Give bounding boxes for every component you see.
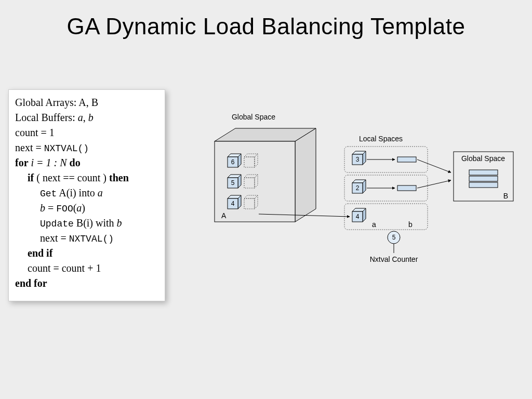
svg-rect-48 xyxy=(469,176,498,181)
slide-title: GA Dynamic Load Balancing Template xyxy=(0,14,532,39)
svg-text:4: 4 xyxy=(231,200,235,207)
svg-rect-47 xyxy=(469,170,498,175)
local-cube-3: 3 xyxy=(352,151,366,165)
code-line: Global Arrays: A, B xyxy=(15,95,158,110)
svg-line-44 xyxy=(417,159,451,172)
pseudocode-box: Global Arrays: A, B Local Buffers: a, b … xyxy=(8,89,165,301)
code-line: Get A(i) into a xyxy=(15,185,158,201)
cube-6: 6 xyxy=(228,154,241,167)
b-label: b xyxy=(408,220,413,229)
svg-rect-39 xyxy=(397,157,416,162)
code-line: end if xyxy=(15,246,158,261)
code-line: next = NXTVAL() xyxy=(15,140,158,155)
code-line: Local Buffers: a, b xyxy=(15,110,158,125)
code-line: next = NXTVAL() xyxy=(15,231,158,246)
cube-4: 4 xyxy=(228,195,241,209)
svg-text:4: 4 xyxy=(356,213,360,220)
code-line: count = 1 xyxy=(15,125,158,140)
global-space-label: Global Space xyxy=(232,113,275,121)
svg-marker-1 xyxy=(295,128,316,222)
svg-text:5: 5 xyxy=(392,234,396,241)
code-line: if ( next == count ) then xyxy=(15,170,158,185)
svg-rect-49 xyxy=(469,182,498,188)
svg-rect-40 xyxy=(397,185,416,191)
A-label: A xyxy=(221,211,227,220)
a-label: a xyxy=(372,220,376,229)
code-line: b = FOO(a) xyxy=(15,201,158,216)
local-cube-4: 4 xyxy=(352,208,366,222)
code-line: Update B(i) with b xyxy=(15,216,158,231)
svg-line-45 xyxy=(417,180,451,188)
local-cube-2: 2 xyxy=(352,180,366,193)
svg-text:6: 6 xyxy=(231,158,235,166)
code-line: count = count + 1 xyxy=(15,261,158,276)
memory-diagram: .lbl { font-family:Arial,sans-serif; fon… xyxy=(196,110,518,282)
nxtval-label: Nxtval Counter xyxy=(370,255,418,263)
global-space-b-label: Global Space xyxy=(461,154,505,163)
svg-text:2: 2 xyxy=(356,184,360,192)
svg-text:3: 3 xyxy=(356,156,360,163)
svg-text:5: 5 xyxy=(231,179,235,187)
code-line: for i = 1 : N do xyxy=(15,155,158,170)
B-label: B xyxy=(503,192,508,200)
local-spaces-label: Local Spaces xyxy=(359,135,403,143)
cube-5: 5 xyxy=(228,175,241,188)
code-line: end for xyxy=(15,276,158,291)
